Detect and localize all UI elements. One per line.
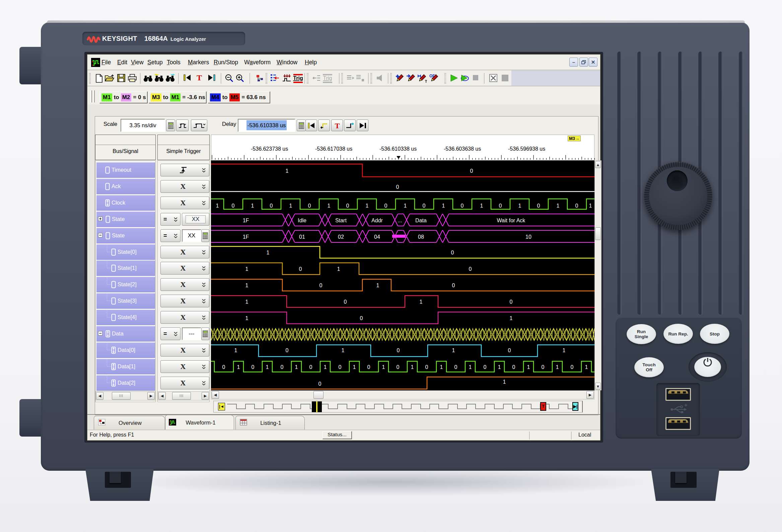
- svg-text:1: 1: [510, 315, 513, 321]
- svg-text:1: 1: [324, 364, 327, 370]
- svg-text:1: 1: [585, 364, 588, 370]
- svg-text:0: 0: [310, 364, 313, 370]
- svg-text:Start: Start: [335, 218, 347, 223]
- svg-text:1: 1: [266, 364, 269, 370]
- svg-text:1: 1: [246, 266, 249, 272]
- svg-text:0: 0: [360, 315, 363, 321]
- svg-text:0: 0: [222, 364, 225, 370]
- svg-text:0: 0: [451, 250, 454, 256]
- svg-text:1: 1: [286, 168, 289, 174]
- svg-text:0: 0: [308, 203, 311, 208]
- svg-text:Trig: Trig: [293, 75, 303, 81]
- svg-text:1: 1: [527, 364, 530, 370]
- svg-text:1: 1: [246, 315, 249, 321]
- svg-text:1: 1: [353, 364, 356, 370]
- svg-text:1: 1: [237, 364, 240, 370]
- svg-text:0: 0: [286, 347, 289, 353]
- svg-text:0: 0: [232, 203, 235, 208]
- svg-text:0: 0: [571, 364, 574, 370]
- svg-text:0: 0: [499, 203, 502, 208]
- svg-text:0: 0: [508, 347, 511, 353]
- svg-text:0: 0: [299, 266, 302, 272]
- svg-text:1: 1: [251, 203, 254, 208]
- svg-text:0: 0: [251, 364, 254, 370]
- svg-text:OF: OF: [429, 74, 435, 78]
- svg-text:0: 0: [397, 347, 400, 353]
- svg-text:0: 0: [385, 203, 388, 208]
- svg-text:1: 1: [411, 364, 414, 370]
- svg-text:0: 0: [469, 266, 472, 272]
- svg-text:0: 0: [396, 364, 399, 370]
- svg-text:08: 08: [418, 234, 424, 240]
- svg-text:0: 0: [510, 299, 513, 305]
- svg-text:Idle: Idle: [298, 218, 307, 223]
- svg-text:T: T: [197, 74, 202, 82]
- svg-text:1: 1: [556, 364, 559, 370]
- svg-text:0: 0: [461, 203, 464, 208]
- svg-text:0: 0: [484, 364, 487, 370]
- svg-text:0: 0: [537, 203, 540, 208]
- svg-text:T: T: [334, 122, 340, 129]
- svg-text:10: 10: [526, 234, 532, 240]
- svg-text:1: 1: [440, 364, 443, 370]
- svg-text:1: 1: [420, 299, 423, 305]
- svg-text:02: 02: [338, 234, 344, 240]
- svg-text:1: 1: [235, 347, 238, 353]
- svg-text:1: 1: [519, 203, 522, 208]
- svg-text:1: 1: [557, 203, 560, 208]
- svg-text:0: 0: [455, 364, 458, 370]
- svg-text:0: 0: [470, 168, 473, 174]
- svg-text:0: 0: [320, 282, 322, 288]
- svg-text:1: 1: [563, 347, 566, 353]
- svg-text:1: 1: [216, 203, 219, 208]
- svg-text:01: 01: [299, 234, 305, 240]
- svg-text:T: T: [425, 80, 427, 83]
- svg-text:1: 1: [266, 250, 270, 256]
- svg-text:Data: Data: [415, 218, 427, 223]
- svg-text:0: 0: [270, 203, 273, 208]
- svg-text:Trig: Trig: [323, 75, 332, 81]
- svg-text:1: 1: [337, 266, 340, 272]
- svg-text:1: 1: [480, 203, 483, 208]
- svg-text:04: 04: [374, 234, 380, 240]
- svg-text:Wait for Ack: Wait for Ack: [497, 218, 526, 223]
- svg-text:1: 1: [366, 203, 369, 208]
- svg-text:1: 1: [246, 282, 249, 288]
- svg-text:1: 1: [382, 364, 385, 370]
- svg-text:0: 0: [512, 364, 516, 370]
- svg-text:0: 0: [319, 381, 321, 387]
- svg-text:0: 0: [423, 203, 426, 208]
- svg-text:0: 0: [452, 282, 455, 288]
- svg-text:1: 1: [442, 203, 445, 208]
- svg-text:0: 0: [339, 364, 342, 370]
- svg-text:1: 1: [342, 347, 345, 353]
- svg-text:1: 1: [289, 203, 292, 208]
- svg-text:1: 1: [404, 203, 407, 208]
- svg-text:1: 1: [498, 364, 501, 370]
- svg-text:1F: 1F: [243, 234, 249, 240]
- svg-text:0: 0: [575, 203, 578, 208]
- svg-text:0: 0: [425, 364, 428, 370]
- svg-text:Addr: Addr: [371, 218, 383, 223]
- svg-text:1: 1: [246, 299, 249, 305]
- svg-text:0: 0: [541, 364, 544, 370]
- svg-text:1: 1: [503, 379, 506, 385]
- svg-text:1F: 1F: [243, 218, 249, 223]
- svg-text:0: 0: [281, 364, 284, 370]
- svg-text:0: 0: [367, 364, 370, 370]
- svg-text:1: 1: [469, 364, 472, 370]
- svg-text:1: 1: [589, 203, 592, 208]
- svg-text:1: 1: [295, 364, 298, 370]
- svg-text:0: 0: [396, 184, 399, 190]
- svg-text:...: ...: [397, 218, 402, 223]
- svg-text:1: 1: [452, 347, 455, 353]
- svg-text:1: 1: [377, 282, 380, 288]
- svg-text:0: 0: [344, 299, 347, 305]
- svg-text:0: 0: [346, 203, 349, 208]
- svg-text:1: 1: [327, 203, 330, 208]
